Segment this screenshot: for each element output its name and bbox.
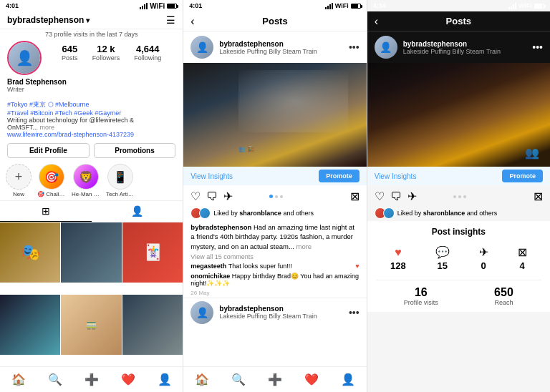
commenter-2[interactable]: onomichikae bbox=[190, 273, 230, 280]
highlight-challenge[interactable]: 🎯 🎯 Challenge bbox=[37, 164, 66, 197]
posts-title: Posts bbox=[262, 16, 287, 26]
back-button-2[interactable]: ‹ bbox=[190, 15, 194, 28]
edit-profile-button[interactable]: Edit Profile bbox=[7, 143, 90, 158]
avatar-image: 👤 bbox=[9, 42, 40, 74]
comment-1: megasteeth That looks super fun!!! ♥ bbox=[183, 261, 366, 271]
insights-like-icon[interactable]: ♡ bbox=[375, 190, 385, 203]
post-image-inner: 👥 🚂 bbox=[183, 63, 366, 167]
nav-home-2[interactable]: 🏠 bbox=[190, 371, 213, 388]
insights-post-image: 👥 bbox=[367, 63, 550, 167]
new-highlight-circle: + bbox=[6, 164, 32, 190]
comment-text-1: That looks super fun!!! bbox=[228, 263, 292, 270]
nav-profile-1[interactable]: 👤 bbox=[153, 371, 176, 388]
saves-value: 4 bbox=[518, 260, 527, 271]
insights-view-bar: View Insights Promote bbox=[367, 167, 550, 185]
view-insights-link[interactable]: View Insights bbox=[190, 172, 233, 180]
highlights-row: + New 🎯 🎯 Challenge 🦁 He-Man Mo... 📱 Tec… bbox=[0, 161, 183, 200]
following-count: 4,644 bbox=[134, 44, 161, 54]
share-button[interactable]: ✈ bbox=[223, 190, 233, 203]
next-post-options[interactable]: ••• bbox=[349, 307, 360, 318]
nav-likes-1[interactable]: ❤️ bbox=[117, 371, 140, 388]
profile-visits-label: Profile visits bbox=[404, 299, 438, 306]
back-button-3[interactable]: ‹ bbox=[375, 15, 378, 28]
promotions-button[interactable]: Promotions bbox=[94, 143, 176, 158]
wifi-icon-2: WiFi bbox=[335, 2, 349, 9]
caption-username[interactable]: bybradstephenson bbox=[190, 223, 251, 231]
insights-title-header: Posts bbox=[446, 16, 471, 26]
profile-link[interactable]: www.lifewire.com/brad-stephenson-4137239 bbox=[7, 131, 175, 138]
nav-search-1[interactable]: 🔍 bbox=[44, 371, 67, 388]
profile-username[interactable]: bybradstephenson ▾ bbox=[7, 15, 90, 25]
insights-post-options[interactable]: ••• bbox=[532, 41, 543, 53]
liker-name[interactable]: sharonblance bbox=[239, 210, 281, 217]
insights-liked-text: Liked by sharonblance and others bbox=[397, 210, 498, 217]
comment-2: onomichikae Happy birthday Brad😊 You had… bbox=[183, 271, 366, 288]
photo-cell-6[interactable] bbox=[122, 295, 183, 355]
photo-cell-4[interactable] bbox=[0, 295, 60, 355]
steam-effect bbox=[238, 70, 348, 132]
stat-posts: 645 Posts bbox=[62, 44, 78, 62]
signal-icon-2 bbox=[325, 3, 333, 9]
grid-tab-posts[interactable]: ⊞ bbox=[0, 201, 92, 222]
ins-dot-1 bbox=[453, 195, 456, 198]
grid-tabs: ⊞ 👤 bbox=[0, 200, 183, 222]
nav-search-2[interactable]: 🔍 bbox=[227, 371, 250, 388]
photo-cell-1[interactable]: 🎭 bbox=[0, 222, 60, 283]
nav-home-1[interactable]: 🏠 bbox=[7, 371, 30, 388]
status-bar-2: 4:01 WiFi bbox=[183, 0, 366, 11]
insights-comment-icon[interactable]: 🗨 bbox=[390, 190, 402, 203]
insights-liker-name[interactable]: sharonblance bbox=[423, 210, 465, 217]
post-image: 👥 🚂 bbox=[183, 63, 366, 167]
commenter-1[interactable]: megasteeth bbox=[190, 263, 226, 270]
grid-tab-tagged[interactable]: 👤 bbox=[92, 201, 183, 222]
likes-icon: ♥ bbox=[390, 246, 406, 259]
insights-posts-header: ‹ Posts bbox=[367, 11, 550, 31]
comment-button[interactable]: 🗨 bbox=[206, 190, 218, 203]
stat-following[interactable]: 4,644 Following bbox=[134, 44, 161, 62]
insights-promote-button[interactable]: Promote bbox=[502, 170, 543, 182]
profile-screen: 4:01 WiFi bybradstephenson ▾ ☰ 73 profil bbox=[0, 0, 183, 392]
view-comments-link[interactable]: View all 15 comments bbox=[183, 253, 366, 261]
post-username[interactable]: bybradstephenson bbox=[219, 40, 343, 48]
ins-dot-3 bbox=[463, 195, 466, 198]
insights-screen: 4:34 WiFi ‹ Posts 👤 bybradstephenson Lak… bbox=[367, 0, 550, 392]
stat-followers[interactable]: 12 k Followers bbox=[92, 44, 120, 62]
post-options-button[interactable]: ••• bbox=[349, 41, 360, 53]
insights-post-avatar: 👤 bbox=[375, 36, 397, 59]
profile-stats: 645 Posts 12 k Followers 4,644 Following bbox=[47, 41, 175, 64]
nav-likes-2[interactable]: ❤️ bbox=[300, 371, 323, 388]
insights-share-icon[interactable]: ✈ bbox=[407, 190, 417, 203]
metric-shares: ✈ 0 bbox=[479, 245, 488, 271]
caption-more[interactable]: more bbox=[296, 242, 312, 250]
promote-button[interactable]: Promote bbox=[319, 170, 360, 182]
avatar[interactable]: 👤 bbox=[7, 41, 42, 75]
next-post-username[interactable]: bybradstephenson bbox=[219, 305, 343, 313]
profile-action-buttons: Edit Profile Promotions bbox=[0, 140, 183, 161]
insights-post-username[interactable]: bybradstephenson bbox=[403, 40, 527, 48]
nav-add-2[interactable]: ➕ bbox=[264, 371, 286, 388]
post-caption: bybradstephenson Had an amazing time las… bbox=[183, 221, 366, 253]
highlight-tech[interactable]: 📱 Tech Articles bbox=[106, 164, 135, 197]
nav-add-1[interactable]: ➕ bbox=[80, 371, 103, 388]
posts-screen: 4:01 WiFi ‹ Posts 👤 bybradstephenson Lak… bbox=[183, 0, 367, 392]
nav-profile-2[interactable]: 👤 bbox=[337, 371, 360, 388]
photo-cell-2[interactable] bbox=[61, 222, 121, 283]
photo-cell-5[interactable]: 🚃 bbox=[61, 295, 121, 355]
highlight-new[interactable]: + New bbox=[6, 164, 32, 197]
comments-icon: 💬 bbox=[435, 245, 450, 259]
wifi-icon-3: WiFi bbox=[518, 2, 532, 9]
photo-cell-3[interactable]: 🃏 bbox=[122, 222, 183, 283]
post-insights-panel: Post insights ♥ 128 💬 15 ✈ 0 ⊠ 4 bbox=[367, 221, 550, 312]
insights-bookmark-icon[interactable]: ⊠ bbox=[534, 190, 543, 203]
insights-post-user-row: 👤 bybradstephenson Lakeside Puffing Bill… bbox=[367, 31, 550, 63]
bookmark-button[interactable]: ⊠ bbox=[350, 190, 360, 203]
like-button[interactable]: ♡ bbox=[190, 190, 201, 203]
comment-heart-1[interactable]: ♥ bbox=[355, 263, 359, 270]
carousel-indicator bbox=[269, 195, 283, 198]
stat-profile-visits: 16 Profile visits bbox=[404, 286, 438, 306]
insights-carousel-indicator bbox=[453, 195, 466, 198]
highlight-heman[interactable]: 🦁 He-Man Mo... bbox=[72, 164, 100, 197]
menu-button[interactable]: ☰ bbox=[166, 14, 175, 26]
insights-view-link[interactable]: View Insights bbox=[375, 172, 417, 180]
posts-header: ‹ Posts bbox=[183, 11, 366, 31]
